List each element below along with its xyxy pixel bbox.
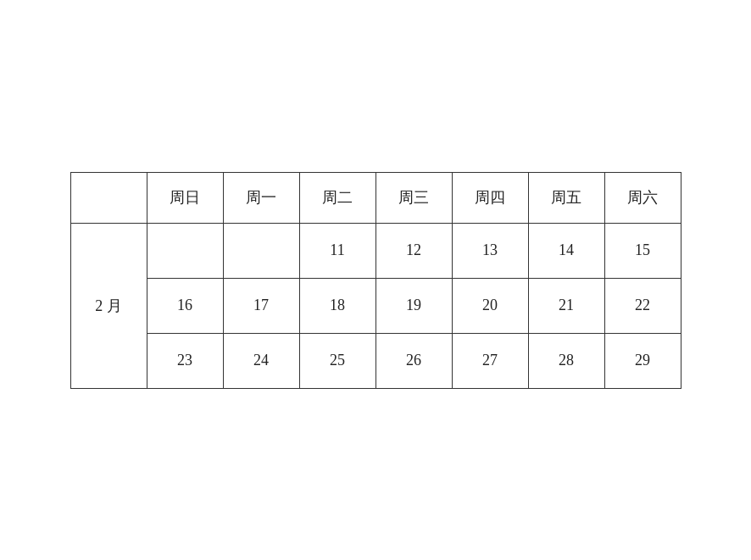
day-24: 24 (223, 333, 299, 388)
header-empty-cell (70, 172, 147, 223)
day-12: 12 (376, 223, 452, 278)
day-28: 28 (528, 333, 604, 388)
day-11: 11 (299, 223, 376, 278)
header-row: 周日 周一 周二 周三 周四 周五 周六 (70, 172, 681, 223)
month-label: 2 月 (70, 223, 147, 388)
day-empty-1 (147, 223, 223, 278)
calendar-table: 周日 周一 周二 周三 周四 周五 周六 2 月 11 12 13 14 15 (70, 172, 681, 389)
day-25: 25 (299, 333, 376, 388)
day-22: 22 (604, 278, 681, 333)
header-wednesday: 周三 (376, 172, 452, 223)
day-18: 18 (299, 278, 376, 333)
header-friday: 周五 (528, 172, 604, 223)
calendar-container: 周日 周一 周二 周三 周四 周五 周六 2 月 11 12 13 14 15 (70, 172, 681, 389)
header-monday: 周一 (223, 172, 299, 223)
day-29: 29 (604, 333, 681, 388)
calendar-row-3: 23 24 25 26 27 28 29 (70, 333, 681, 388)
day-21: 21 (528, 278, 604, 333)
day-14: 14 (528, 223, 604, 278)
day-19: 19 (376, 278, 452, 333)
day-27: 27 (452, 333, 528, 388)
day-17: 17 (223, 278, 299, 333)
day-15: 15 (604, 223, 681, 278)
day-13: 13 (452, 223, 528, 278)
header-thursday: 周四 (452, 172, 528, 223)
day-23: 23 (147, 333, 223, 388)
calendar-row-1: 2 月 11 12 13 14 15 (70, 223, 681, 278)
header-sunday: 周日 (147, 172, 223, 223)
day-26: 26 (376, 333, 452, 388)
header-tuesday: 周二 (299, 172, 376, 223)
header-saturday: 周六 (604, 172, 681, 223)
day-empty-2 (223, 223, 299, 278)
day-20: 20 (452, 278, 528, 333)
day-16: 16 (147, 278, 223, 333)
calendar-row-2: 16 17 18 19 20 21 22 (70, 278, 681, 333)
